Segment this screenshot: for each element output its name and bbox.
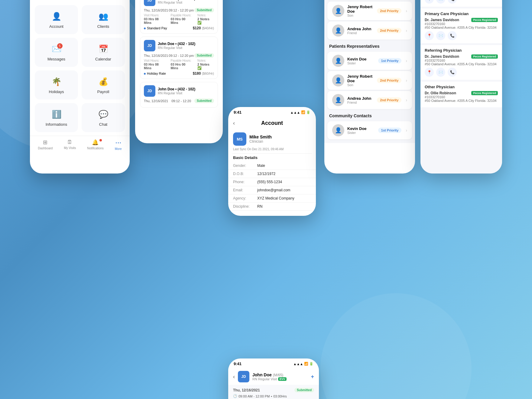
referring-email-btn[interactable]: ✉️ xyxy=(436,68,445,77)
jenny-name-rep: Jenny Robert Doe xyxy=(347,74,374,83)
visit-back-button[interactable]: ‹ xyxy=(233,374,235,380)
visit-card-2-header: JD John Doe • (432 - 102) RN Regular Vis… xyxy=(144,40,214,51)
visit-detail-body: Thu, 12/16/2021 Submitted 🕐 09:00 AM - 1… xyxy=(228,385,319,399)
status-bar-visit: 9:41 ▲▲▲ 📶 🔋 xyxy=(228,358,319,367)
physicians-inner: 9:41 ▲▲▲ 📶 🔋 ‹ JD John Doe (M/65) RN Reg… xyxy=(420,0,502,174)
visit-patient-info: John Doe (M/65) RN Regular Visit EVV xyxy=(252,372,308,381)
visit-2-date: Thu, 12/16/2021 xyxy=(144,54,168,57)
contact-kevin-rep[interactable]: 👤 Kevin Doe Sister 1st Priority › xyxy=(327,52,412,70)
menu-item-holidays[interactable]: 🌴 Holidays xyxy=(35,70,78,99)
dashboard-nav-icon: ⊞ xyxy=(43,139,47,146)
andrea-rel-emergency: Friend xyxy=(347,31,374,35)
contact-jenny-rep[interactable]: 👤 Jenny Robert Doe Son 2nd Priority › xyxy=(327,71,412,90)
kevin-priority-rep: 1st Priority xyxy=(378,58,401,63)
primary-phone-btn[interactable]: 📞 xyxy=(448,31,457,40)
visit-1-date: Thu, 12/16/2021 xyxy=(144,8,168,12)
main-scene: 9:41 ▲▲▲ 📶 🔋 JD Mike Smith (432 - 102) 👤… xyxy=(30,0,502,399)
contact-andrea-emergency[interactable]: 👤 Andrea John Friend 2nd Priority › xyxy=(327,21,412,40)
attending-phone-btn[interactable]: 📞 xyxy=(448,0,457,4)
menu-item-account[interactable]: 👤 Account xyxy=(35,5,78,34)
other-name: Dr. Ollie Robinson xyxy=(425,91,456,95)
other-physician-section: Other Physician Dr. Ollie Robinson Pecos… xyxy=(420,82,502,107)
andrea-name-rep: Andrea John xyxy=(347,96,374,101)
notifications-nav-icon: 🔔 xyxy=(92,139,99,146)
clients-icon: 👥 xyxy=(99,12,108,21)
notes-item: Notes: 2 Notes ✅ xyxy=(197,14,214,25)
phone-contacts: 9:41 ▲▲▲ 📶 🔋 ‹ JD John Doe (M/65) RN Reg… xyxy=(324,0,415,174)
payroll-icon: 💰 xyxy=(99,77,108,86)
andrea-priority-rep: 2nd Priority xyxy=(377,97,401,103)
visit-2-type: RN Regular Visit xyxy=(158,46,195,50)
visit-date-row: Thu, 12/16/2021 Submitted xyxy=(233,388,314,392)
visit-1-row1: Thu, 12/16/2021 09:12 - 12:20 pm Submitt… xyxy=(144,8,214,12)
contact-jenny-emergency[interactable]: 👤 Jenny Robert Doe Son 2nd Priority › xyxy=(327,2,412,20)
primary-email-btn[interactable]: ✉️ xyxy=(436,31,445,40)
kevin-name-rep: Kevin Doe xyxy=(347,57,375,61)
referring-location-btn[interactable]: 📍 xyxy=(425,68,434,77)
visit-3-avatar: JD xyxy=(144,85,155,97)
account-user-row: MS Mike Smith Clinician xyxy=(228,129,316,148)
nav-dashboard[interactable]: ⊞ Dashboard xyxy=(38,139,53,151)
primary-location-btn[interactable]: 📍 xyxy=(425,31,434,40)
primary-id: #1033270160 xyxy=(425,22,498,26)
contact-kevin-doe-emergency[interactable]: 👤 Kevin Doe Sister 1st Priority › xyxy=(327,0,412,0)
account-inner: 9:41 ▲▲▲ 📶 🔋 ‹ Account MS M xyxy=(228,107,316,216)
visit-detail-header: ‹ JD John Doe (M/65) RN Regular Visit EV… xyxy=(228,367,319,385)
kevin-info-community: Kevin Doe Sister xyxy=(347,126,375,135)
other-id: #1033270160 xyxy=(425,95,498,99)
nav-notifications[interactable]: 🔔 Notifications xyxy=(87,139,103,151)
contacts-body: Emergency Contacts 👤 Kevin Doe Sister 1s… xyxy=(324,0,415,143)
referring-phone-btn[interactable]: 📞 xyxy=(448,68,457,77)
visit-3-type: RN Regular Visit xyxy=(158,91,195,95)
visit-patient-name: John Doe (M/65) xyxy=(252,372,308,377)
account-user-role: Clinician xyxy=(249,139,272,144)
my-visits-nav-icon: 🗓 xyxy=(67,139,73,145)
jenny-name-emergency: Jenny Robert Doe xyxy=(347,5,374,14)
account-section-title: Basic Details xyxy=(228,154,316,162)
add-visit-button[interactable]: + xyxy=(311,374,314,380)
pay-type-row-1: Standard Pay $120 ($40/Hr) xyxy=(144,26,214,30)
signal-visit: ▲▲▲ 📶 🔋 xyxy=(293,362,313,366)
attending-location-btn[interactable]: 📍 xyxy=(425,0,434,4)
other-pecos: Pecos Registered xyxy=(471,91,498,95)
visit-1-time: 09:12 - 12:20 pm xyxy=(169,8,194,12)
detail-gender: Gender: Male xyxy=(228,162,316,170)
menu-item-messages[interactable]: ✉️ 5 Messages xyxy=(35,38,78,67)
detail-dob: D.O.B: 12/12/1972 xyxy=(228,170,316,178)
notification-dot xyxy=(99,139,102,141)
menu-item-calendar[interactable]: 📅 Calendar xyxy=(82,38,125,67)
patients-reps-label: Patients Representatives xyxy=(324,41,415,50)
total-paid-2: $180 ($60/Hr) xyxy=(193,71,214,76)
attending-actions: 📍 ✉️ 📞 xyxy=(425,0,498,4)
andrea-info-rep: Andrea John Friend xyxy=(347,96,374,104)
holidays-icon: 🌴 xyxy=(52,77,61,86)
visit-card-1: JD John Doe • (432 - 102) RN Regular Vis… xyxy=(140,0,218,34)
detail-agency: Agency: XYZ Medical Company xyxy=(228,194,316,203)
contact-kevin-community[interactable]: 👤 Kevin Doe Sister 1st Priority › xyxy=(327,121,412,139)
jenny-priority-rep: 2nd Priority xyxy=(377,78,401,83)
phone-main: 9:41 ▲▲▲ 📶 🔋 JD Mike Smith (432 - 102) 👤… xyxy=(30,0,130,174)
more-nav-label: More xyxy=(115,147,122,151)
menu-item-informations[interactable]: ℹ️ Informations xyxy=(35,103,78,132)
contact-andrea-rep[interactable]: 👤 Andrea John Friend 2nd Priority › xyxy=(327,91,412,109)
my-visits-nav-label: My Visits xyxy=(64,146,76,150)
phone-physicians: 9:41 ▲▲▲ 📶 🔋 ‹ JD John Doe (M/65) RN Reg… xyxy=(420,0,502,174)
menu-item-chat[interactable]: 💬 Chat xyxy=(82,103,125,132)
andrea-rel-rep: Friend xyxy=(347,101,374,104)
account-header: ‹ Account xyxy=(228,116,316,129)
visit-patient-avatar: JD xyxy=(238,371,249,382)
pay-type-row-2: Holiday Rate $180 ($60/Hr) xyxy=(144,71,214,76)
account-back-button[interactable]: ‹ xyxy=(233,120,235,126)
visit-3-status: Submitted xyxy=(194,99,214,103)
nav-more[interactable]: ⋯ More xyxy=(115,139,122,151)
menu-item-payroll[interactable]: 💰 Payroll xyxy=(82,70,125,99)
attending-email-btn[interactable]: ✉️ xyxy=(436,0,445,4)
visit-3-row1: Thu, 12/16/2021 09:12 - 12:20 Submitted xyxy=(144,99,214,103)
menu-item-clients[interactable]: 👥 Clients xyxy=(82,5,125,34)
visit-2-avatar: JD xyxy=(144,40,155,51)
pay-type-dot-2 xyxy=(144,73,146,75)
nav-my-visits[interactable]: 🗓 My Visits xyxy=(64,139,76,151)
other-name-row: Dr. Ollie Robinson Pecos Registered xyxy=(425,91,498,95)
visit-1-avatar: JD xyxy=(144,0,155,6)
kevin-avatar-community: 👤 xyxy=(332,124,344,136)
